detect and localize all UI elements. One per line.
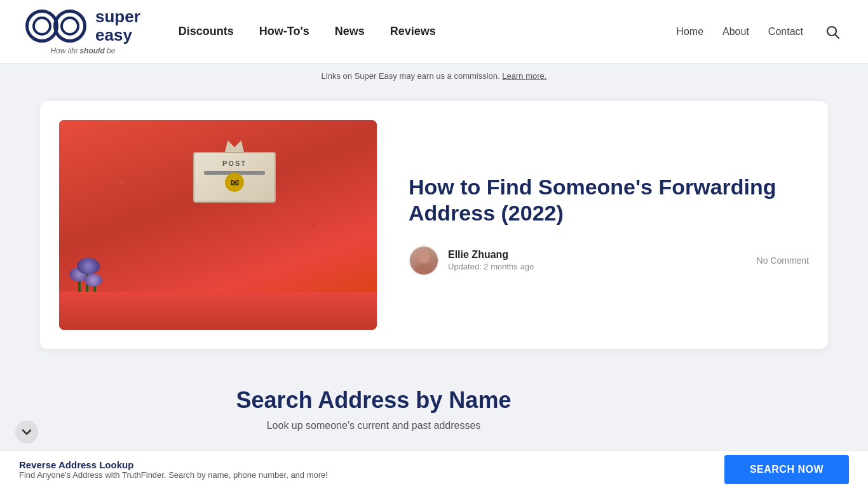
logo-circle-right [53, 10, 86, 43]
article-image-inner: POST ✉ [59, 120, 377, 330]
nav-home[interactable]: Home [676, 26, 703, 37]
mailbox: POST ✉ [193, 152, 276, 209]
svg-point-3 [414, 264, 433, 276]
mailbox-body: POST ✉ [193, 152, 276, 203]
search-button[interactable] [822, 22, 843, 42]
bottom-bar: Reverse Address Lookup Find Anyone's Add… [0, 450, 868, 488]
plant-head-2 [77, 258, 100, 274]
nav-discounts[interactable]: Discounts [179, 25, 234, 38]
author-avatar [409, 245, 439, 276]
avatar-icon [410, 245, 438, 276]
author-row: Ellie Zhuang Updated: 2 months ago No Co… [409, 245, 809, 276]
nav-news[interactable]: News [335, 25, 365, 38]
article-image: POST ✉ [59, 120, 377, 330]
chevron-down-icon [22, 427, 32, 437]
learn-more-link[interactable]: Learn more. [502, 71, 546, 81]
article-title: How to Find Someone's Forwarding Address… [409, 174, 809, 226]
author-date: Updated: 2 months ago [448, 262, 534, 271]
bottom-bar-title: Reverse Address Lookup [19, 459, 328, 470]
mailbox-crown [225, 140, 244, 152]
plant-head-3 [85, 274, 102, 287]
secondary-nav: Home About Contact [676, 22, 843, 42]
logo-text: super easy [95, 8, 140, 44]
search-now-button[interactable]: SEARCH NOW [724, 455, 849, 484]
primary-nav: Discounts How-To's News Reviews [179, 25, 677, 38]
search-widget-title: Search Address by Name [173, 387, 574, 414]
logo-circles [25, 10, 86, 43]
search-icon [825, 24, 840, 39]
author-name: Ellie Zhuang [448, 249, 534, 261]
svg-line-1 [836, 34, 839, 38]
nav-about[interactable]: About [722, 26, 749, 37]
search-widget: Search Address by Name Look up someone's… [142, 362, 606, 463]
commission-bar: Links on Super Easy may earn us a commis… [0, 64, 868, 88]
comment-count: No Comment [757, 255, 809, 266]
author-details: Ellie Zhuang Updated: 2 months ago [448, 249, 534, 271]
article-card: POST ✉ How to Find Someone's Forwarding … [40, 101, 828, 349]
mailbox-emblem: ✉ [225, 173, 244, 192]
chevron-down-button[interactable] [15, 421, 38, 444]
nav-reviews[interactable]: Reviews [390, 25, 436, 38]
logo-tagline: How life should be [50, 46, 115, 55]
site-header: super easy How life should be Discounts … [0, 0, 868, 64]
main-content: POST ✉ How to Find Someone's Forwarding … [21, 101, 847, 463]
search-widget-subtitle: Look up someone's current and past addre… [173, 420, 574, 431]
mailbox-post-label: POST [222, 159, 247, 167]
article-info: How to Find Someone's Forwarding Address… [409, 174, 809, 276]
author-avatar-inner [410, 247, 438, 274]
bottom-bar-subtitle: Find Anyone's Address with TruthFinder. … [19, 470, 328, 480]
commission-text: Links on Super Easy may earn us a commis… [322, 71, 500, 81]
logo-super-text: super [95, 8, 140, 26]
image-ledge [59, 292, 377, 330]
logo-easy-text: easy [95, 26, 140, 44]
nav-contact[interactable]: Contact [768, 26, 803, 37]
nav-howtos[interactable]: How-To's [259, 25, 309, 38]
logo-icon: super easy [25, 8, 140, 44]
svg-point-2 [418, 251, 430, 262]
bottom-bar-content: Reverse Address Lookup Find Anyone's Add… [19, 459, 328, 480]
logo[interactable]: super easy How life should be [25, 8, 140, 55]
